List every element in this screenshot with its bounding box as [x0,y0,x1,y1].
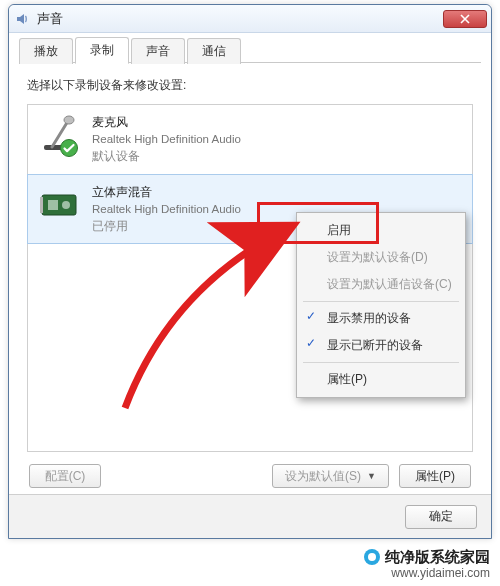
ctx-set-default[interactable]: 设置为默认设备(D) [299,244,463,271]
watermark-brand: 纯净版系统家园 [385,547,490,567]
microphone-icon [38,113,82,157]
tab-playback[interactable]: 播放 [19,38,73,64]
ctx-enable[interactable]: 启用 [299,217,463,244]
sound-icon [15,11,31,27]
ctx-separator [303,301,459,302]
titlebar: 声音 [9,5,491,33]
svg-rect-3 [42,195,76,215]
ctx-separator [303,362,459,363]
watermark-url: www.yidaimei.com [363,566,490,582]
properties-button[interactable]: 属性(P) [399,464,471,488]
tab-bar: 播放 录制 声音 通信 [9,33,491,63]
set-default-label: 设为默认值(S) [285,468,361,485]
watermark-logo-icon [363,548,381,566]
ctx-show-disabled-label: 显示禁用的设备 [327,311,411,325]
set-default-button[interactable]: 设为默认值(S) ▼ [272,464,389,488]
ctx-show-disabled[interactable]: ✓ 显示禁用的设备 [299,305,463,332]
watermark: 纯净版系统家园 www.yidaimei.com [363,547,490,582]
svg-point-6 [62,201,70,209]
ctx-show-disconnected-label: 显示已断开的设备 [327,338,423,352]
dialog-lower-buttons: 配置(C) 设为默认值(S) ▼ 属性(P) [27,464,473,488]
tab-recording[interactable]: 录制 [75,37,129,64]
device-name: 立体声混音 [92,183,462,201]
soundcard-icon [38,183,82,227]
svg-rect-7 [40,197,43,213]
configure-button[interactable]: 配置(C) [29,464,101,488]
tab-communications[interactable]: 通信 [187,38,241,64]
device-name: 麦克风 [92,113,462,131]
close-button[interactable] [443,10,487,28]
ctx-set-default-comm[interactable]: 设置为默认通信设备(C) [299,271,463,298]
device-driver: Realtek High Definition Audio [92,131,462,148]
ok-button[interactable]: 确定 [405,505,477,529]
instruction-text: 选择以下录制设备来修改设置: [27,77,473,94]
dialog-bottom-bar: 确定 [9,494,491,538]
ctx-show-disconnected[interactable]: ✓ 显示已断开的设备 [299,332,463,359]
check-icon: ✓ [306,336,316,350]
svg-point-1 [64,116,74,124]
window-title: 声音 [37,10,443,28]
chevron-down-icon: ▼ [367,471,376,481]
svg-rect-5 [48,200,58,210]
device-texts: 麦克风 Realtek High Definition Audio 默认设备 [92,113,462,166]
check-icon: ✓ [306,309,316,323]
context-menu: 启用 设置为默认设备(D) 设置为默认通信设备(C) ✓ 显示禁用的设备 ✓ 显… [296,212,466,398]
device-status: 默认设备 [92,148,462,165]
ctx-properties[interactable]: 属性(P) [299,366,463,393]
tab-sounds[interactable]: 声音 [131,38,185,64]
device-microphone[interactable]: 麦克风 Realtek High Definition Audio 默认设备 [28,105,472,175]
